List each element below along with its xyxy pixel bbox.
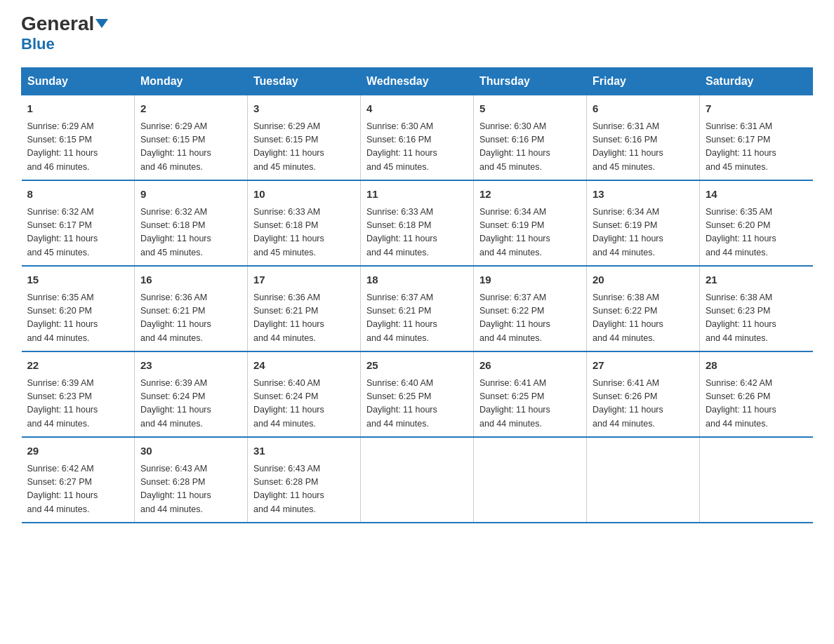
week-row-4: 22 Sunrise: 6:39 AMSunset: 6:23 PMDaylig… [22, 351, 813, 437]
day-info: Sunrise: 6:35 AMSunset: 6:20 PMDaylight:… [706, 206, 807, 260]
calendar-cell: 25 Sunrise: 6:40 AMSunset: 6:25 PMDaylig… [361, 351, 474, 437]
calendar-cell: 23 Sunrise: 6:39 AMSunset: 6:24 PMDaylig… [135, 351, 248, 437]
calendar-cell: 11 Sunrise: 6:33 AMSunset: 6:18 PMDaylig… [361, 180, 474, 266]
day-header-wednesday: Wednesday [361, 68, 474, 95]
day-number: 14 [706, 187, 807, 203]
day-info: Sunrise: 6:29 AMSunset: 6:15 PMDaylight:… [140, 120, 241, 175]
calendar-cell: 24 Sunrise: 6:40 AMSunset: 6:24 PMDaylig… [248, 351, 361, 437]
day-number: 9 [140, 187, 241, 203]
calendar-cell [700, 437, 813, 523]
day-info: Sunrise: 6:34 AMSunset: 6:19 PMDaylight:… [479, 206, 581, 260]
calendar-cell: 26 Sunrise: 6:41 AMSunset: 6:25 PMDaylig… [474, 351, 587, 437]
day-info: Sunrise: 6:29 AMSunset: 6:15 PMDaylight:… [27, 120, 129, 175]
day-info: Sunrise: 6:43 AMSunset: 6:28 PMDaylight:… [253, 462, 355, 517]
calendar-cell: 17 Sunrise: 6:36 AMSunset: 6:21 PMDaylig… [248, 266, 361, 351]
day-number: 21 [706, 272, 807, 288]
calendar-header: SundayMondayTuesdayWednesdayThursdayFrid… [22, 68, 813, 95]
calendar-cell: 29 Sunrise: 6:42 AMSunset: 6:27 PMDaylig… [22, 437, 135, 523]
day-number: 31 [253, 443, 355, 459]
day-info: Sunrise: 6:35 AMSunset: 6:20 PMDaylight:… [27, 291, 129, 346]
calendar-table: SundayMondayTuesdayWednesdayThursdayFrid… [21, 67, 813, 523]
calendar-cell: 22 Sunrise: 6:39 AMSunset: 6:23 PMDaylig… [22, 351, 135, 437]
day-number: 18 [366, 272, 468, 288]
day-number: 6 [593, 101, 694, 117]
day-number: 30 [140, 443, 241, 459]
day-info: Sunrise: 6:29 AMSunset: 6:15 PMDaylight:… [253, 120, 355, 175]
week-row-1: 1 Sunrise: 6:29 AMSunset: 6:15 PMDayligh… [22, 95, 813, 181]
calendar-cell: 14 Sunrise: 6:35 AMSunset: 6:20 PMDaylig… [700, 180, 813, 266]
day-number: 26 [479, 358, 581, 374]
page-header: General Blue [21, 14, 813, 53]
day-header-friday: Friday [587, 68, 700, 95]
calendar-cell: 20 Sunrise: 6:38 AMSunset: 6:22 PMDaylig… [587, 266, 700, 351]
day-info: Sunrise: 6:40 AMSunset: 6:25 PMDaylight:… [366, 377, 468, 431]
calendar-cell: 15 Sunrise: 6:35 AMSunset: 6:20 PMDaylig… [22, 266, 135, 351]
day-info: Sunrise: 6:43 AMSunset: 6:28 PMDaylight:… [140, 462, 241, 517]
day-info: Sunrise: 6:32 AMSunset: 6:18 PMDaylight:… [140, 206, 241, 260]
calendar-cell: 1 Sunrise: 6:29 AMSunset: 6:15 PMDayligh… [22, 95, 135, 181]
day-header-sunday: Sunday [22, 68, 135, 95]
day-info: Sunrise: 6:30 AMSunset: 6:16 PMDaylight:… [479, 120, 581, 175]
logo-sub: Blue [21, 35, 55, 53]
calendar-cell: 5 Sunrise: 6:30 AMSunset: 6:16 PMDayligh… [474, 95, 587, 181]
calendar-cell: 3 Sunrise: 6:29 AMSunset: 6:15 PMDayligh… [248, 95, 361, 181]
day-number: 13 [593, 187, 694, 203]
day-info: Sunrise: 6:33 AMSunset: 6:18 PMDaylight:… [366, 206, 468, 260]
week-row-2: 8 Sunrise: 6:32 AMSunset: 6:17 PMDayligh… [22, 180, 813, 266]
day-number: 8 [27, 187, 129, 203]
day-info: Sunrise: 6:37 AMSunset: 6:21 PMDaylight:… [366, 291, 468, 346]
day-info: Sunrise: 6:39 AMSunset: 6:24 PMDaylight:… [140, 377, 241, 431]
day-number: 12 [479, 187, 581, 203]
day-header-saturday: Saturday [700, 68, 813, 95]
day-info: Sunrise: 6:38 AMSunset: 6:22 PMDaylight:… [593, 291, 694, 346]
day-number: 20 [593, 272, 694, 288]
calendar-cell: 7 Sunrise: 6:31 AMSunset: 6:17 PMDayligh… [700, 95, 813, 181]
day-number: 28 [706, 358, 807, 374]
day-info: Sunrise: 6:32 AMSunset: 6:17 PMDaylight:… [27, 206, 129, 260]
day-number: 16 [140, 272, 241, 288]
day-info: Sunrise: 6:41 AMSunset: 6:25 PMDaylight:… [479, 377, 581, 431]
calendar-cell: 21 Sunrise: 6:38 AMSunset: 6:23 PMDaylig… [700, 266, 813, 351]
calendar-cell: 8 Sunrise: 6:32 AMSunset: 6:17 PMDayligh… [22, 180, 135, 266]
logo: General Blue [21, 14, 108, 53]
day-number: 4 [366, 101, 468, 117]
day-number: 29 [27, 443, 129, 459]
calendar-cell [587, 437, 700, 523]
calendar-cell: 18 Sunrise: 6:37 AMSunset: 6:21 PMDaylig… [361, 266, 474, 351]
day-info: Sunrise: 6:30 AMSunset: 6:16 PMDaylight:… [366, 120, 468, 175]
calendar-cell [474, 437, 587, 523]
day-number: 11 [366, 187, 468, 203]
day-number: 5 [479, 101, 581, 117]
day-number: 25 [366, 358, 468, 374]
calendar-cell: 27 Sunrise: 6:41 AMSunset: 6:26 PMDaylig… [587, 351, 700, 437]
day-number: 15 [27, 272, 129, 288]
day-number: 22 [27, 358, 129, 374]
day-number: 10 [253, 187, 355, 203]
calendar-cell: 28 Sunrise: 6:42 AMSunset: 6:26 PMDaylig… [700, 351, 813, 437]
day-info: Sunrise: 6:34 AMSunset: 6:19 PMDaylight:… [593, 206, 694, 260]
day-info: Sunrise: 6:42 AMSunset: 6:26 PMDaylight:… [706, 377, 807, 431]
calendar-cell: 16 Sunrise: 6:36 AMSunset: 6:21 PMDaylig… [135, 266, 248, 351]
day-number: 1 [27, 101, 129, 117]
day-number: 7 [706, 101, 807, 117]
day-number: 17 [253, 272, 355, 288]
calendar-cell: 13 Sunrise: 6:34 AMSunset: 6:19 PMDaylig… [587, 180, 700, 266]
day-info: Sunrise: 6:31 AMSunset: 6:17 PMDaylight:… [706, 120, 807, 175]
day-info: Sunrise: 6:31 AMSunset: 6:16 PMDaylight:… [593, 120, 694, 175]
day-info: Sunrise: 6:33 AMSunset: 6:18 PMDaylight:… [253, 206, 355, 260]
day-info: Sunrise: 6:42 AMSunset: 6:27 PMDaylight:… [27, 462, 129, 517]
day-headers-row: SundayMondayTuesdayWednesdayThursdayFrid… [22, 68, 813, 95]
logo-brand: General [21, 14, 108, 34]
day-header-thursday: Thursday [474, 68, 587, 95]
calendar-cell: 10 Sunrise: 6:33 AMSunset: 6:18 PMDaylig… [248, 180, 361, 266]
calendar-cell: 31 Sunrise: 6:43 AMSunset: 6:28 PMDaylig… [248, 437, 361, 523]
day-number: 27 [593, 358, 694, 374]
calendar-cell: 19 Sunrise: 6:37 AMSunset: 6:22 PMDaylig… [474, 266, 587, 351]
calendar-cell: 12 Sunrise: 6:34 AMSunset: 6:19 PMDaylig… [474, 180, 587, 266]
calendar-cell: 9 Sunrise: 6:32 AMSunset: 6:18 PMDayligh… [135, 180, 248, 266]
day-header-monday: Monday [135, 68, 248, 95]
day-info: Sunrise: 6:40 AMSunset: 6:24 PMDaylight:… [253, 377, 355, 431]
day-number: 3 [253, 101, 355, 117]
day-info: Sunrise: 6:41 AMSunset: 6:26 PMDaylight:… [593, 377, 694, 431]
calendar-cell: 2 Sunrise: 6:29 AMSunset: 6:15 PMDayligh… [135, 95, 248, 181]
